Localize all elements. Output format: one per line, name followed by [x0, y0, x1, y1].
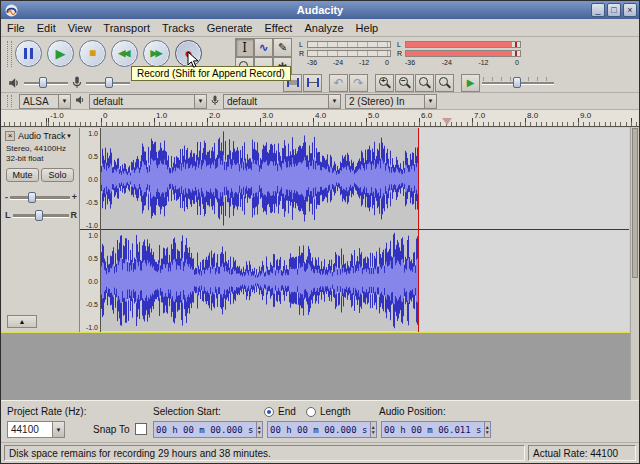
menu-view[interactable]: View: [62, 19, 98, 37]
envelope-tool-button[interactable]: ∿: [254, 38, 273, 57]
stop-button[interactable]: ■: [79, 40, 106, 67]
pan-slider[interactable]: L R: [5, 208, 77, 222]
output-volume-thumb[interactable]: [39, 77, 47, 88]
chevron-down-icon: ▼: [58, 95, 70, 108]
recording-meter[interactable]: L R -36-24-120: [397, 40, 521, 66]
envelope-tool-icon: ∿: [259, 41, 268, 54]
play-at-speed-button[interactable]: ▶: [461, 74, 480, 92]
speaker-icon: [75, 95, 85, 107]
skip-to-end-button[interactable]: ▶▶: [143, 40, 170, 67]
project-rate-label: Project Rate (Hz):: [7, 406, 86, 417]
vertical-ruler-channel-1: 1.00.50.0-0.5-1.0: [80, 128, 100, 229]
input-volume-slider[interactable]: [85, 75, 131, 90]
selection-tool-button[interactable]: I: [235, 38, 254, 57]
silence-selection-button[interactable]: [303, 74, 322, 92]
audio-position-field[interactable]: 00 h 00 m 06.011 s ▲▼: [381, 421, 491, 438]
input-device-select[interactable]: default▼: [223, 94, 341, 109]
waveform-channel-2[interactable]: [101, 230, 419, 331]
timeline-ruler[interactable]: -1.001.02.03.04.05.06.07.08.09.0: [1, 110, 639, 127]
menu-edit[interactable]: Edit: [31, 19, 62, 37]
output-device-select[interactable]: default▼: [89, 94, 207, 109]
gain-slider[interactable]: - +: [5, 190, 77, 204]
selection-start-field[interactable]: 00 h 00 m 00.000 s ▲▼: [153, 421, 263, 438]
length-radio-label[interactable]: Length: [320, 406, 351, 417]
zoom-in-button[interactable]: +: [375, 74, 394, 92]
menu-transport[interactable]: Transport: [97, 19, 156, 37]
menu-effect[interactable]: Effect: [259, 19, 299, 37]
track-menu-arrow-icon[interactable]: ▼: [66, 133, 72, 139]
audio-host-select[interactable]: ALSA▼: [19, 94, 71, 109]
input-channels-select[interactable]: 2 (Stereo) In▼: [345, 94, 437, 109]
redo-button[interactable]: ↷: [349, 74, 368, 92]
playback-speed-slider[interactable]: [481, 75, 555, 90]
track-panel-area[interactable]: × Audio Track ▼ Stereo, 44100Hz 32-bit f…: [1, 127, 639, 400]
recording-left-label: L: [397, 41, 405, 49]
vertical-scrollbar[interactable]: [630, 127, 639, 400]
solo-button[interactable]: Solo: [41, 168, 74, 182]
menu-generate[interactable]: Generate: [201, 19, 259, 37]
end-radio-label[interactable]: End: [278, 406, 296, 417]
fit-project-button[interactable]: [435, 74, 454, 92]
timeline-label: 6.0: [421, 111, 432, 120]
track-title[interactable]: Audio Track: [18, 131, 66, 141]
fit-selection-button[interactable]: [415, 74, 434, 92]
input-volume-thumb[interactable]: [105, 77, 113, 88]
chevron-down-icon: ▼: [52, 422, 64, 437]
spin-down-icon[interactable]: ▼: [257, 430, 262, 435]
playback-meter[interactable]: L R -36-24-120: [299, 40, 391, 66]
output-volume-slider[interactable]: [23, 75, 69, 90]
gain-min-label: -: [5, 192, 8, 202]
end-radio[interactable]: [264, 407, 274, 417]
length-radio[interactable]: [306, 407, 316, 417]
skip-to-start-button[interactable]: ◀◀: [111, 40, 138, 67]
undo-button[interactable]: ↶: [329, 74, 348, 92]
amplitude-label: 0.0: [88, 278, 98, 285]
play-at-speed-icon: ▶: [467, 76, 475, 89]
minimize-button[interactable]: _: [591, 3, 605, 17]
snap-to-checkbox[interactable]: [135, 423, 147, 435]
audio-track[interactable]: × Audio Track ▼ Stereo, 44100Hz 32-bit f…: [1, 127, 630, 333]
toolbar-grip[interactable]: [7, 95, 12, 107]
microphone-icon: [72, 76, 82, 89]
waveform-area[interactable]: [101, 128, 629, 332]
playback-right-label: R: [299, 50, 307, 58]
pause-icon: [24, 48, 33, 59]
mute-button[interactable]: Mute: [6, 168, 39, 182]
menu-tracks[interactable]: Tracks: [156, 19, 201, 37]
amplitude-label: 0.5: [88, 255, 98, 262]
titlebar[interactable]: Audacity _ □ ×: [1, 1, 639, 19]
timeline-label: 5.0: [368, 111, 379, 120]
zoom-out-icon: −: [399, 77, 410, 88]
play-button[interactable]: ▶: [47, 40, 74, 67]
audacity-logo-icon: [5, 4, 18, 17]
fit-selection-icon: [419, 77, 430, 88]
toolbar-grip[interactable]: [7, 41, 12, 67]
selection-end-field[interactable]: 00 h 00 m 00.000 s ▲▼: [267, 421, 377, 438]
selection-start-label: Selection Start:: [153, 406, 221, 417]
vertical-ruler-channel-2: 1.00.50.0-0.5-1.0: [80, 230, 100, 331]
project-rate-select[interactable]: 44100▼: [7, 421, 65, 438]
menu-file[interactable]: File: [1, 19, 31, 37]
zoom-out-button[interactable]: −: [395, 74, 414, 92]
meter-scale-label: -12: [359, 59, 369, 66]
menu-analyze[interactable]: Analyze: [298, 19, 349, 37]
track-collapse-button[interactable]: ▲: [7, 315, 37, 328]
pan-thumb[interactable]: [35, 210, 43, 221]
close-button[interactable]: ×: [623, 3, 637, 17]
amplitude-label: 0.0: [88, 176, 98, 183]
playback-speed-thumb[interactable]: [513, 77, 521, 88]
track-close-button[interactable]: ×: [5, 131, 15, 141]
timeline-label: 3.0: [262, 111, 273, 120]
spin-down-icon[interactable]: ▼: [485, 430, 490, 435]
transport-toolbar: ▶ ■ ◀◀ ▶▶ ●: [7, 39, 207, 67]
draw-tool-icon: ✎: [278, 41, 287, 54]
gain-thumb[interactable]: [28, 192, 36, 203]
recording-meter-right-bar: [405, 50, 521, 57]
vertical-scrollbar-thumb[interactable]: [632, 128, 638, 278]
maximize-button[interactable]: □: [607, 3, 621, 17]
menu-help[interactable]: Help: [350, 19, 385, 37]
pause-button[interactable]: [15, 40, 42, 67]
waveform-channel-1[interactable]: [101, 128, 419, 229]
spin-down-icon[interactable]: ▼: [371, 430, 376, 435]
draw-tool-button[interactable]: ✎: [273, 38, 292, 57]
